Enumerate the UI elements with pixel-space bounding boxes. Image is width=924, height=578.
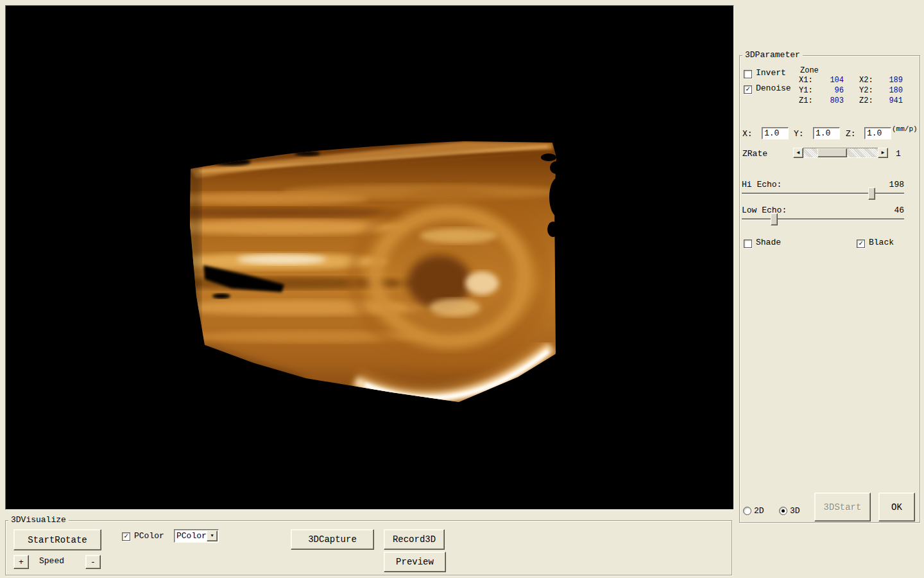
zone-z2-value: 941 bbox=[876, 96, 903, 105]
speed-minus-button[interactable]: - bbox=[85, 555, 101, 569]
hi-echo-slider[interactable] bbox=[742, 193, 904, 195]
zone-z1-label: Z1: bbox=[799, 96, 813, 105]
pcolor-combobox[interactable]: PColor ▼ bbox=[174, 529, 219, 543]
scroll-left-icon: ◄ bbox=[797, 150, 800, 155]
radio-3d[interactable] bbox=[779, 507, 787, 515]
dropdown-arrow-icon: ▼ bbox=[210, 534, 213, 538]
checkbox-invert[interactable] bbox=[744, 70, 752, 78]
checkbox-denoise[interactable]: ✓ bbox=[744, 85, 752, 94]
mode-3d-label: 3D bbox=[790, 506, 800, 516]
checkmark-icon: ✓ bbox=[124, 533, 128, 540]
hi-echo-label: Hi Echo: bbox=[742, 180, 782, 189]
start-rotate-button[interactable]: StartRotate bbox=[13, 529, 101, 550]
zone-title: Zone bbox=[800, 66, 819, 75]
zone-x2-value: 189 bbox=[876, 76, 903, 85]
zone-x2-label: X2: bbox=[859, 76, 873, 85]
checkmark-icon: ✓ bbox=[746, 86, 750, 93]
capture-button[interactable]: 3DCapture bbox=[291, 529, 374, 550]
black-label: Black bbox=[869, 238, 894, 247]
scroll-right-icon: ► bbox=[882, 150, 885, 155]
zone-y2-label: Y2: bbox=[859, 86, 873, 95]
hi-echo-value: 198 bbox=[878, 180, 904, 189]
record-button[interactable]: Record3D bbox=[384, 529, 445, 550]
pcolor-label: PColor bbox=[134, 531, 164, 541]
scale-y-label: Y: bbox=[794, 129, 804, 139]
zone-y2-value: 180 bbox=[876, 86, 903, 95]
shade-label: Shade bbox=[756, 238, 781, 247]
radio-2d[interactable] bbox=[743, 507, 751, 515]
checkbox-black[interactable]: ✓ bbox=[857, 240, 865, 248]
scale-y-input[interactable] bbox=[813, 127, 840, 139]
zrate-scrollbar-track[interactable] bbox=[803, 148, 878, 158]
scale-z-label: Z: bbox=[846, 129, 856, 139]
mode-2d-label: 2D bbox=[754, 506, 764, 516]
checkbox-pcolor[interactable]: ✓ bbox=[122, 532, 130, 541]
volume-render-3d bbox=[6, 6, 733, 509]
zrate-scrollbar[interactable]: ◄ ► bbox=[793, 148, 888, 158]
scale-unit-label: (mm/p) bbox=[892, 125, 918, 133]
checkbox-shade[interactable] bbox=[744, 240, 752, 248]
ok-button[interactable]: OK bbox=[878, 493, 915, 521]
visualize-group-title: 3DVisualize bbox=[8, 515, 69, 525]
zone-y1-value: 96 bbox=[816, 86, 844, 95]
scroll-right-button[interactable]: ► bbox=[878, 148, 888, 158]
zone-z1-value: 803 bbox=[816, 96, 844, 105]
invert-label: Invert bbox=[756, 68, 786, 78]
combo-dropdown-button[interactable]: ▼ bbox=[207, 530, 218, 541]
hi-echo-thumb[interactable] bbox=[868, 188, 875, 200]
low-echo-label: Low Echo: bbox=[742, 206, 787, 215]
visualize-group: 3DVisualize StartRotate ✓ PColor PColor … bbox=[5, 520, 732, 575]
window-root: { "icons": { "check": "✓", "dropdown_arr… bbox=[0, 0, 924, 578]
denoise-label: Denoise bbox=[756, 83, 791, 93]
checkmark-icon: ✓ bbox=[859, 240, 863, 247]
scale-x-input[interactable] bbox=[762, 127, 789, 139]
zone-z2-label: Z2: bbox=[859, 96, 873, 105]
low-echo-value: 46 bbox=[878, 206, 904, 215]
speed-label: Speed bbox=[39, 556, 64, 566]
zrate-scrollbar-thumb[interactable] bbox=[817, 148, 847, 157]
zone-y1-label: Y1: bbox=[799, 86, 813, 95]
parameter-group-title: 3DParameter bbox=[742, 50, 803, 60]
zone-x1-label: X1: bbox=[799, 76, 813, 85]
speed-plus-button[interactable]: + bbox=[13, 555, 29, 569]
scale-z-input[interactable] bbox=[864, 127, 891, 139]
zrate-value: 1 bbox=[896, 149, 901, 159]
radio-dot bbox=[782, 509, 785, 512]
zone-x1-value: 104 bbox=[816, 76, 844, 85]
scale-x-label: X: bbox=[742, 129, 753, 139]
render-viewport[interactable] bbox=[5, 5, 734, 510]
pcolor-combobox-value: PColor bbox=[175, 531, 207, 541]
preview-button[interactable]: Preview bbox=[384, 552, 446, 572]
start3d-button[interactable]: 3DStart bbox=[814, 493, 871, 521]
low-echo-slider[interactable] bbox=[742, 218, 904, 220]
zrate-label: ZRate bbox=[742, 149, 767, 159]
low-echo-thumb[interactable] bbox=[771, 213, 778, 225]
scroll-left-button[interactable]: ◄ bbox=[793, 148, 803, 158]
parameter-group: 3DParameter Invert ✓ Denoise Zone X1: 10… bbox=[739, 55, 920, 523]
